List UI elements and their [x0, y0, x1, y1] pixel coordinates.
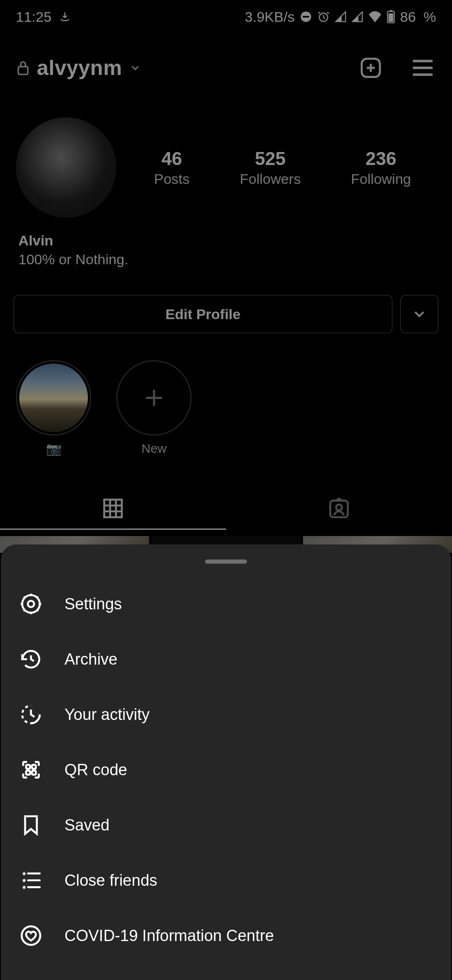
display-name: Alvin [18, 232, 434, 249]
menu-item-qr[interactable]: QR code [18, 742, 434, 797]
menu-label: Your activity [64, 706, 149, 724]
svg-rect-14 [32, 765, 36, 769]
status-time: 11:25 [16, 9, 51, 25]
stat-posts[interactable]: 46 Posts [154, 148, 190, 187]
svg-rect-9 [330, 500, 348, 517]
battery-icon [387, 10, 395, 23]
hamburger-menu-button[interactable] [409, 54, 436, 81]
tab-grid[interactable] [0, 488, 226, 530]
svg-rect-5 [388, 13, 393, 22]
history-icon [18, 647, 44, 672]
stat-following-label: Following [351, 171, 411, 187]
menu-item-activity[interactable]: Your activity [18, 687, 434, 742]
svg-rect-13 [26, 765, 30, 769]
stat-following-value: 236 [351, 148, 411, 169]
bio: Alvin 100% or Nothing. [18, 232, 434, 268]
alarm-icon [317, 10, 330, 23]
svg-rect-15 [26, 771, 30, 774]
status-bar: 11:25 3.9KB/s 86 [0, 0, 452, 34]
stat-followers-label: Followers [240, 171, 300, 187]
close-friends-icon [18, 868, 44, 893]
activity-icon [18, 702, 44, 727]
svg-point-17 [22, 926, 40, 945]
sheet-drag-handle[interactable] [205, 560, 247, 564]
signal-1-icon [335, 11, 347, 23]
menu-label: Close friends [64, 872, 157, 890]
stat-posts-label: Posts [154, 171, 190, 187]
signal-2-icon [352, 11, 363, 23]
highlight-new-label: New [141, 441, 167, 456]
profile-header: alvyynm [0, 54, 452, 81]
stat-posts-value: 46 [154, 148, 190, 169]
menu-label: QR code [64, 761, 127, 779]
lock-icon [16, 59, 30, 76]
qr-icon [18, 757, 44, 782]
svg-point-12 [28, 601, 34, 607]
menu-item-archive[interactable]: Archive [18, 632, 434, 687]
menu-label: COVID-19 Information Centre [64, 927, 274, 945]
dnd-icon [300, 10, 312, 23]
plus-icon [142, 386, 166, 410]
stat-following[interactable]: 236 Following [351, 148, 411, 187]
status-net-speed: 3.9KB/s [245, 9, 295, 25]
profile-stats-row: 46 Posts 525 Followers 236 Following [0, 117, 452, 218]
status-battery-pct-sym: % [424, 9, 436, 25]
wifi-icon [368, 11, 382, 23]
tab-tagged[interactable] [226, 488, 452, 530]
grid-icon [101, 497, 125, 520]
chevron-down-icon [129, 62, 141, 74]
profile-avatar[interactable] [16, 117, 116, 218]
chevron-down-icon [411, 306, 428, 322]
username-text: alvyynm [37, 56, 122, 80]
username-switcher[interactable]: alvyynm [16, 56, 141, 80]
menu-item-saved[interactable]: Saved [18, 797, 434, 853]
discover-people-button[interactable] [400, 295, 439, 333]
svg-rect-6 [18, 67, 28, 74]
svg-point-10 [336, 505, 342, 511]
svg-rect-1 [303, 16, 309, 18]
bio-text: 100% or Nothing. [18, 251, 434, 268]
edit-profile-label: Edit Profile [165, 306, 240, 322]
create-post-button[interactable] [357, 54, 384, 81]
menu-label: Saved [64, 816, 110, 834]
stat-followers[interactable]: 525 Followers [240, 148, 300, 187]
menu-label: Archive [64, 650, 118, 668]
stat-followers-value: 525 [240, 148, 300, 169]
status-battery-pct: 86 [400, 9, 416, 25]
highlight-item[interactable]: 📷 [16, 360, 91, 456]
menu-item-close-friends[interactable]: Close friends [18, 853, 434, 908]
bookmark-icon [18, 812, 44, 838]
highlight-new[interactable]: New [116, 360, 192, 456]
menu-bottom-sheet: Settings Archive Your activity QR code S [1, 544, 451, 980]
heart-circle-icon [18, 923, 44, 948]
story-highlights: 📷 New [16, 360, 192, 456]
gear-icon [18, 591, 44, 616]
download-icon [59, 11, 71, 23]
profile-content-tabs [0, 488, 452, 530]
edit-profile-button[interactable]: Edit Profile [13, 295, 393, 333]
highlight-label: 📷 [46, 441, 62, 456]
menu-label: Settings [64, 595, 122, 613]
tagged-icon [327, 497, 351, 520]
svg-rect-16 [32, 771, 36, 774]
svg-rect-8 [104, 500, 122, 517]
menu-item-settings[interactable]: Settings [18, 576, 434, 632]
menu-item-covid[interactable]: COVID-19 Information Centre [18, 908, 434, 963]
